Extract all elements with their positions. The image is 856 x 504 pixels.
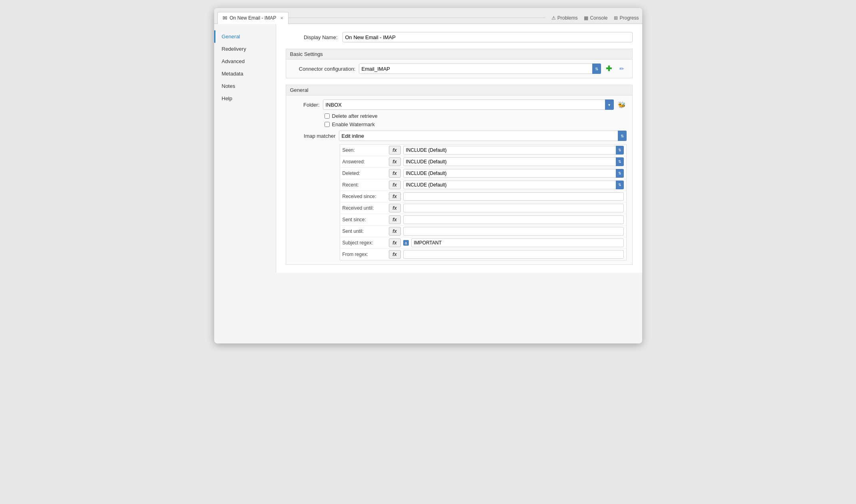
display-name-label: Display Name:: [286, 34, 338, 40]
display-name-input[interactable]: [342, 32, 633, 42]
matcher-row-recent: Recent: fx INCLUDE (Default) ⇅: [340, 179, 626, 191]
sent-until-fx-button[interactable]: fx: [389, 227, 401, 236]
bee-icon: 🐝: [618, 101, 626, 109]
tab-problems[interactable]: ⚠ Problems: [551, 15, 578, 21]
matcher-row-received-until: Received until: fx: [340, 202, 626, 214]
matcher-row-sent-since: Sent since: fx: [340, 214, 626, 226]
answered-fx-button[interactable]: fx: [389, 157, 401, 166]
basic-settings-header: Basic Settings: [286, 49, 633, 60]
sent-since-fx-button[interactable]: fx: [389, 215, 401, 224]
problems-label: Problems: [557, 15, 578, 21]
answered-select-wrap: INCLUDE (Default) ⇅: [403, 157, 624, 166]
tab-console[interactable]: ▦ Console: [584, 15, 607, 21]
sent-until-label: Sent until:: [342, 228, 386, 234]
matcher-row-seen: Seen: fx INCLUDE (Default) ⇅: [340, 145, 626, 156]
sidebar: General Redelivery Advanced Metadata Not…: [214, 24, 276, 273]
recent-select-wrap: INCLUDE (Default) ⇅: [403, 181, 624, 189]
content-area: Display Name: Basic Settings Connector c…: [276, 24, 642, 273]
delete-after-retrieve-label: Delete after retrieve: [332, 113, 378, 119]
edit-connector-button[interactable]: ✏: [617, 64, 627, 73]
enable-watermark-label: Enable Watermark: [332, 121, 375, 127]
sidebar-item-metadata[interactable]: Metadata: [214, 67, 276, 80]
received-since-label: Received since:: [342, 194, 386, 199]
folder-input-wrap: ▾: [323, 99, 614, 110]
answered-label: Answered:: [342, 159, 386, 165]
connector-select-wrapper: Email_IMAP ⇅: [359, 63, 601, 74]
close-icon[interactable]: ✕: [280, 16, 283, 20]
received-since-input[interactable]: [403, 192, 624, 201]
matcher-row-subject-regex: Subject regex: fx a: [340, 237, 626, 249]
received-since-fx-button[interactable]: fx: [389, 192, 401, 201]
delete-after-retrieve-row: Delete after retrieve: [324, 113, 627, 119]
connector-row: Connector configuration: Email_IMAP ⇅ ✚ …: [292, 63, 627, 74]
display-name-row: Display Name:: [286, 32, 633, 42]
delete-after-retrieve-checkbox[interactable]: [324, 113, 330, 119]
enable-watermark-checkbox[interactable]: [324, 122, 330, 127]
matcher-row-sent-until: Sent until: fx: [340, 226, 626, 237]
seen-select-wrap: INCLUDE (Default) ⇅: [403, 146, 624, 155]
subject-regex-fx-button[interactable]: fx: [389, 238, 401, 247]
imap-matcher-select-wrap: Edit inline ⇅: [339, 131, 627, 141]
console-label: Console: [590, 15, 607, 21]
seen-fx-button[interactable]: fx: [389, 146, 401, 155]
deleted-select-wrap: INCLUDE (Default) ⇅: [403, 169, 624, 178]
edit-pencil-icon: ✏: [619, 65, 624, 72]
sidebar-item-redelivery[interactable]: Redelivery: [214, 43, 276, 55]
folder-bee-button[interactable]: 🐝: [617, 100, 627, 109]
sidebar-item-general[interactable]: General: [214, 30, 276, 43]
sidebar-item-notes[interactable]: Notes: [214, 80, 276, 92]
matcher-row-from-regex: From regex: fx: [340, 249, 626, 260]
recent-fx-button[interactable]: fx: [389, 181, 401, 189]
connector-label: Connector configuration:: [292, 66, 356, 72]
deleted-select[interactable]: INCLUDE (Default): [403, 169, 624, 178]
connector-select[interactable]: Email_IMAP: [359, 63, 601, 74]
sidebar-item-help[interactable]: Help: [214, 92, 276, 105]
subject-regex-input[interactable]: [411, 238, 624, 247]
from-regex-fx-button[interactable]: fx: [389, 250, 401, 259]
progress-label: Progress: [619, 15, 639, 21]
main-window: ✉ On New Email - IMAP ✕ ⚠ Problems ▦ Con…: [214, 8, 642, 343]
received-until-label: Received until:: [342, 205, 386, 211]
sidebar-item-advanced[interactable]: Advanced: [214, 55, 276, 67]
folder-label: Folder:: [292, 102, 320, 108]
matcher-row-answered: Answered: fx INCLUDE (Default) ⇅: [340, 156, 626, 168]
seen-label: Seen:: [342, 147, 386, 153]
received-until-input[interactable]: [403, 204, 624, 212]
imap-matcher-select[interactable]: Edit inline: [339, 131, 627, 141]
matcher-table: Seen: fx INCLUDE (Default) ⇅ Answered: f…: [340, 144, 627, 260]
deleted-fx-button[interactable]: fx: [389, 169, 401, 178]
folder-input[interactable]: [323, 99, 614, 110]
sent-since-input[interactable]: [403, 215, 624, 224]
imap-matcher-row: Imap matcher Edit inline ⇅: [292, 131, 627, 141]
matcher-row-deleted: Deleted: fx INCLUDE (Default) ⇅: [340, 168, 626, 179]
general-box: Folder: ▾ 🐝 Delete after retrieve: [286, 95, 633, 265]
problems-icon: ⚠: [551, 15, 556, 21]
from-regex-label: From regex:: [342, 252, 386, 257]
seen-select[interactable]: INCLUDE (Default): [403, 146, 624, 155]
email-icon: ✉: [223, 15, 227, 21]
deleted-label: Deleted:: [342, 171, 386, 176]
from-regex-input[interactable]: [403, 250, 624, 259]
subject-regex-badge: a: [403, 240, 409, 246]
sent-until-input[interactable]: [403, 227, 624, 236]
add-connector-button[interactable]: ✚: [604, 64, 614, 73]
progress-icon: ⊞: [614, 15, 618, 21]
toolbar-tabs: ⚠ Problems ▦ Console ⊞ Progress: [551, 12, 639, 24]
console-icon: ▦: [584, 15, 588, 21]
main-layout: General Redelivery Advanced Metadata Not…: [214, 24, 642, 273]
tab-progress[interactable]: ⊞ Progress: [614, 15, 639, 21]
general-header: General: [286, 85, 633, 95]
received-until-fx-button[interactable]: fx: [389, 204, 401, 212]
answered-select[interactable]: INCLUDE (Default): [403, 157, 624, 166]
enable-watermark-row: Enable Watermark: [324, 121, 627, 127]
basic-settings-box: Connector configuration: Email_IMAP ⇅ ✚ …: [286, 60, 633, 78]
recent-select[interactable]: INCLUDE (Default): [403, 181, 624, 189]
imap-matcher-label: Imap matcher: [292, 133, 336, 139]
plus-icon: ✚: [606, 64, 612, 73]
recent-label: Recent:: [342, 182, 386, 188]
folder-row: Folder: ▾ 🐝: [292, 99, 627, 110]
tab-divider: [289, 18, 545, 18]
tab-label: On New Email - IMAP: [230, 15, 277, 21]
matcher-row-received-since: Received since: fx: [340, 191, 626, 202]
tab-email-imap[interactable]: ✉ On New Email - IMAP ✕: [217, 12, 289, 24]
